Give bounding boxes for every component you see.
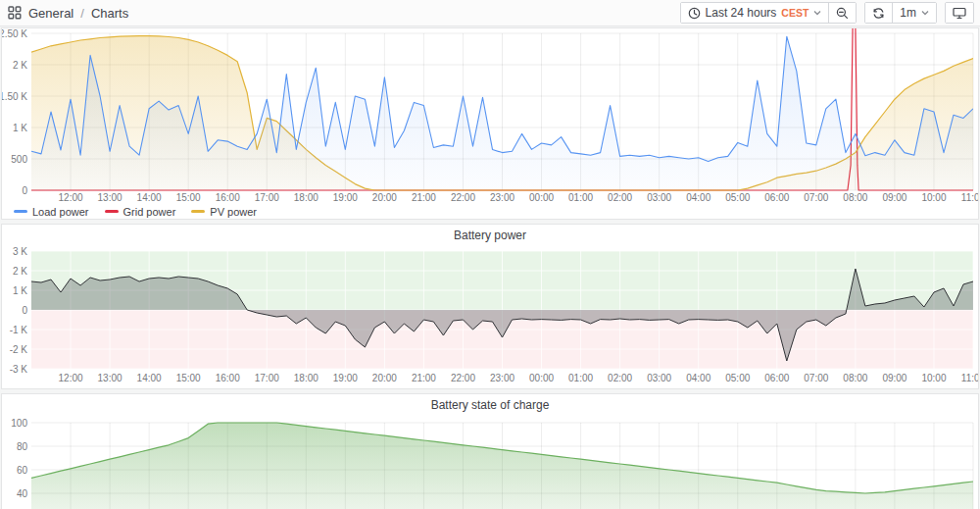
x-tick-label: 09:00: [882, 192, 906, 203]
x-tick-label: 22:00: [451, 192, 475, 203]
grid-icon[interactable]: [8, 6, 22, 20]
power-chart-legend: Load power Grid power PV power: [2, 203, 978, 220]
x-tick-label: 12:00: [59, 192, 83, 203]
x-tick-label: 00:00: [529, 192, 554, 203]
x-tick-label: 05:00: [725, 192, 750, 203]
x-tick-label: 11:00: [961, 373, 978, 383]
breadcrumb-separator: /: [80, 6, 84, 21]
x-tick-label: 13:00: [98, 373, 122, 383]
x-tick-label: 12:00: [59, 373, 83, 383]
y-tick-label: -1 K: [10, 325, 28, 335]
navbar-controls: Last 24 hours CEST: [680, 2, 974, 24]
refresh-interval-label: 1m: [900, 6, 916, 20]
legend-item-load-power[interactable]: Load power: [14, 206, 89, 218]
battery-power-plot[interactable]: 12:0013:0014:0015:0016:0017:0018:0019:00…: [2, 245, 978, 386]
x-tick-label: 14:00: [137, 373, 162, 383]
breadcrumb-section[interactable]: General: [28, 6, 74, 21]
x-tick-label: 16:00: [216, 192, 240, 203]
x-tick-label: 18:00: [294, 192, 318, 203]
y-tick-label: -3 K: [10, 364, 28, 375]
x-tick-label: 01:00: [568, 192, 593, 203]
x-tick-label: 22:00: [451, 373, 475, 383]
x-tick-label: 08:00: [843, 192, 867, 203]
x-tick-label: 16:00: [216, 373, 240, 383]
monitor-icon: [953, 7, 966, 20]
x-tick-label: 11:00: [961, 192, 978, 203]
x-tick-label: 20:00: [372, 192, 397, 203]
x-tick-label: 04:00: [686, 373, 710, 383]
x-tick-label: 19:00: [333, 192, 358, 203]
legend-label: Load power: [32, 206, 89, 218]
clock-icon: [688, 7, 701, 20]
x-tick-label: 23:00: [490, 192, 514, 203]
y-tick-label: 2 K: [13, 266, 27, 277]
kiosk-mode-button[interactable]: [946, 3, 973, 23]
legend-item-pv-power[interactable]: PV power: [191, 206, 257, 218]
x-tick-label: 17:00: [255, 192, 279, 203]
panel-title[interactable]: Battery state of charge: [2, 394, 978, 415]
breadcrumb: General / Charts: [8, 6, 128, 21]
y-tick-label: 0: [22, 185, 27, 196]
kiosk-group: [945, 2, 974, 24]
y-tick-label: 500: [11, 154, 27, 165]
x-tick-label: 03:00: [647, 373, 671, 383]
y-tick-label: 0: [22, 305, 27, 316]
y-tick-label: -2 K: [10, 344, 28, 355]
y-tick-label: 1.50 K: [2, 91, 27, 102]
chevron-down-icon: [921, 9, 929, 17]
panel-power: 12:0013:0014:0015:0016:0017:0018:0019:00…: [1, 27, 979, 220]
pv-power-swatch: [191, 210, 205, 213]
x-tick-label: 04:00: [686, 192, 710, 203]
timezone-label: CEST: [781, 7, 808, 19]
magnifier-minus-icon: [836, 7, 849, 20]
x-tick-label: 18:00: [294, 373, 318, 383]
y-tick-label: 40: [17, 488, 28, 499]
x-tick-label: 02:00: [608, 373, 632, 383]
x-tick-label: 10:00: [921, 373, 946, 383]
x-tick-label: 01:00: [568, 373, 593, 383]
time-range-picker[interactable]: Last 24 hours CEST: [681, 3, 829, 23]
refresh-button[interactable]: [865, 3, 892, 23]
x-tick-label: 06:00: [764, 373, 789, 383]
x-tick-label: 13:00: [98, 192, 122, 203]
x-tick-label: 14:00: [137, 192, 162, 203]
x-tick-label: 10:00: [921, 192, 946, 203]
x-tick-label: 07:00: [804, 373, 828, 383]
refresh-group: 1m: [864, 2, 937, 24]
navbar: General / Charts Last 24 hours CEST: [0, 0, 980, 26]
power-chart-plot[interactable]: 12:0013:0014:0015:0016:0017:0018:0019:00…: [2, 28, 978, 203]
x-tick-label: 20:00: [372, 373, 397, 383]
panel-battery-soc: Battery state of charge 100806040: [1, 393, 979, 509]
legend-item-grid-power[interactable]: Grid power: [105, 206, 176, 218]
legend-label: PV power: [210, 206, 257, 218]
breadcrumb-page[interactable]: Charts: [91, 6, 128, 21]
load-power-swatch: [14, 210, 27, 213]
y-tick-label: 1 K: [13, 123, 27, 133]
time-controls-group: Last 24 hours CEST: [680, 2, 858, 24]
x-tick-label: 21:00: [412, 192, 436, 203]
y-tick-label: 2.50 K: [2, 28, 27, 39]
refresh-icon: [872, 7, 885, 20]
x-tick-label: 08:00: [843, 373, 867, 383]
x-tick-label: 21:00: [412, 373, 436, 383]
legend-label: Grid power: [123, 206, 176, 218]
battery-soc-plot[interactable]: 100806040: [2, 415, 978, 509]
refresh-interval-dropdown[interactable]: 1m: [892, 3, 936, 23]
panel-battery-power: Battery power 12:0013:0014:0015:0016:001…: [1, 224, 979, 389]
y-tick-label: 2 K: [13, 60, 27, 71]
x-tick-label: 06:00: [764, 192, 789, 203]
panel-title[interactable]: Battery power: [2, 225, 978, 245]
y-tick-label: 3 K: [13, 246, 27, 257]
y-tick-label: 1 K: [13, 285, 27, 296]
x-tick-label: 19:00: [333, 373, 358, 383]
x-tick-label: 09:00: [882, 373, 906, 383]
x-tick-label: 05:00: [725, 373, 750, 383]
zoom-out-button[interactable]: [828, 3, 856, 23]
grid-power-swatch: [105, 210, 119, 213]
chevron-down-icon: [813, 9, 821, 17]
x-tick-label: 15:00: [176, 373, 201, 383]
y-tick-label: 80: [17, 441, 28, 452]
time-range-label: Last 24 hours: [706, 6, 777, 20]
x-tick-label: 15:00: [176, 192, 201, 203]
x-tick-label: 00:00: [529, 373, 554, 383]
